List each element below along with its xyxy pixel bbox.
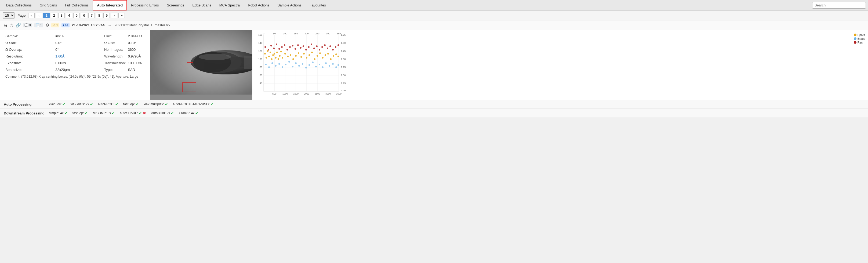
svg-point-109 [319,64,320,65]
svg-text:500: 500 [272,92,276,95]
page-prev-single[interactable]: ‹ [36,12,42,18]
svg-point-137 [321,46,323,48]
proc-dimple-label: dimple: 4x [49,111,64,115]
page-3[interactable]: 3 [58,12,65,18]
svg-point-62 [270,52,271,53]
tab-data-collections[interactable]: Data Collections [2,0,36,10]
legend-res-dot [854,41,857,44]
svg-point-117 [268,49,269,51]
resolution-value: 1.60Å [55,53,104,60]
star-icon[interactable]: ☆ [10,23,13,28]
svg-point-89 [330,58,332,60]
page-2[interactable]: 2 [51,12,57,18]
no-images-value: 3600 [128,46,145,53]
detail-chart: Spots Bragg Res [252,30,868,100]
svg-rect-14 [264,35,339,91]
svg-point-119 [273,48,275,49]
proc-mrbump-label: MrBUMP: 3x [93,111,111,115]
tab-mca-spectra[interactable]: MCA Spectra [215,0,244,10]
svg-point-134 [313,48,315,49]
svg-point-72 [284,53,286,55]
page-7[interactable]: 7 [88,12,95,18]
svg-point-103 [298,65,300,67]
exposure-value: 0.003s [55,60,104,66]
flux-value: 2.84e+11 [128,33,145,39]
tab-sample-actions[interactable]: Sample Actions [273,0,306,10]
proc-xia2-multiplex-check: ✔ [165,102,168,107]
tab-edge-scans[interactable]: Edge Scans [188,0,215,10]
tab-screenings[interactable]: Screenings [163,0,188,10]
flux-label: Flux: [104,33,128,39]
proc-autoproc-check: ✔ [115,102,118,107]
svg-point-81 [309,54,310,56]
record-path[interactable]: 20211021/test_crystal_1_master.h5 [115,23,170,27]
tabs-bar: Data Collections Grid Scans Full Collect… [0,0,868,11]
svg-point-84 [316,55,318,57]
detail-area: Sample: ins14 Flux: 2.84e+11 Ω Start: 0.… [0,30,868,100]
svg-point-133 [311,43,312,45]
svg-text:3000: 3000 [326,92,331,95]
record-header: 🖨 ☆ 🔗 💬 0 📄 1 ⚙ ⚠ 1 ℹ 44 21-10-2021 10:2… [0,21,868,30]
page-4[interactable]: 4 [66,12,72,18]
svg-point-116 [265,46,266,48]
no-images-label: No. Images: [104,46,128,53]
page-6[interactable]: 6 [81,12,87,18]
svg-text:60: 60 [259,74,262,77]
svg-text:2.25: 2.25 [341,66,346,68]
svg-text:150: 150 [294,32,298,35]
tab-grid-scans[interactable]: Grid Scans [36,0,61,10]
proc-mrbump-check: ✔ [112,111,115,115]
page-5[interactable]: 5 [73,12,80,18]
exposure-label: Exposure: [5,60,55,66]
svg-point-139 [327,48,328,49]
svg-text:1.25: 1.25 [341,34,346,36]
proc-xia2-dials-check: ✔ [90,102,93,107]
gear-icon[interactable]: ⚙ [45,23,49,28]
proc-autosharp-red: ✖ [143,111,146,115]
page-next-single[interactable]: › [111,12,117,18]
omega-overlap-label: Ω Overlap: [5,46,55,53]
svg-point-61 [268,56,270,57]
svg-point-131 [305,49,307,51]
svg-rect-9 [244,56,252,69]
record-datetime: 21-10-2021 10:25:44 [72,23,104,27]
svg-point-140 [330,46,331,47]
per-page-select[interactable]: 5 10 15 20 50 [3,12,15,19]
page-next-double[interactable]: » [118,12,125,18]
proc-xia2-dials: xia2 dials: 2x ✔ [70,102,93,107]
svg-point-6 [199,54,231,60]
svg-point-138 [324,44,326,46]
svg-point-12 [190,47,191,48]
svg-point-124 [286,49,288,51]
tab-processing-errors[interactable]: Processing Errors [127,0,163,10]
page-1[interactable]: 1 [43,12,50,18]
tab-full-collections[interactable]: Full Collections [61,0,93,10]
sample-value: ins14 [55,33,104,39]
search-input[interactable] [812,2,866,8]
tab-favourites[interactable]: Favourites [306,0,330,10]
file-badge[interactable]: 📄 1 [34,23,43,27]
legend-res: Res [854,41,865,44]
svg-point-73 [287,56,289,57]
svg-point-79 [303,53,305,55]
svg-text:1.50: 1.50 [341,41,346,44]
svg-point-100 [288,61,290,63]
page-prev-double[interactable]: « [28,12,35,18]
tab-auto-integrated[interactable]: Auto Integrated [93,0,127,10]
page-8[interactable]: 8 [96,12,102,18]
svg-text:2.00: 2.00 [341,58,346,60]
svg-point-132 [308,46,310,48]
print-icon[interactable]: 🖨 [3,23,7,28]
page-9[interactable]: 9 [103,12,110,18]
svg-point-77 [298,52,299,54]
tab-robot-actions[interactable]: Robot Actions [244,0,273,10]
svg-point-123 [284,44,285,46]
link-icon[interactable]: 🔗 [16,23,21,28]
proc-fast-ep-label: fast_ep: [72,111,84,115]
proc-crank2-label: Crank2: 4x [179,111,194,115]
svg-point-96 [275,65,277,67]
svg-point-125 [289,46,291,48]
comment-badge[interactable]: 💬 0 [23,23,32,27]
svg-point-69 [279,55,281,57]
svg-text:200: 200 [305,32,309,35]
